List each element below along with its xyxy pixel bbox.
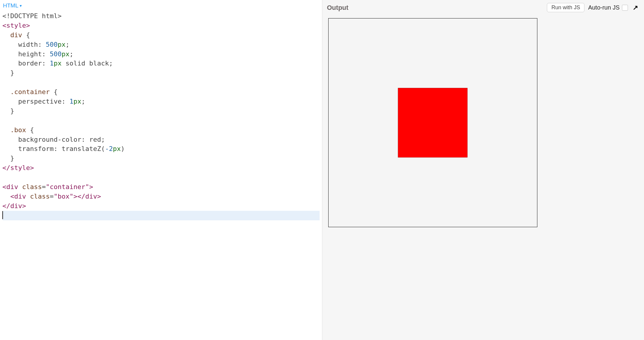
code-line: </div> [2, 201, 320, 211]
autorun-label: Auto-run JS [588, 4, 620, 11]
code-line: } [2, 106, 320, 116]
output-pane: Output Run with JS Auto-run JS ↗ [322, 0, 644, 340]
code-line: perspective: 1px; [2, 97, 320, 106]
code-line: } [2, 154, 320, 163]
code-line: } [2, 68, 320, 78]
expand-icon[interactable]: ↗ [631, 4, 639, 12]
code-line: <div class="box"></div> [2, 192, 320, 201]
language-label: HTML [3, 2, 18, 9]
code-line: <div class="container"> [2, 182, 320, 192]
code-line: .container { [2, 87, 320, 97]
output-header: Output Run with JS Auto-run JS ↗ [322, 0, 644, 15]
code-line: .box { [2, 125, 320, 135]
code-line: background-color: red; [2, 135, 320, 144]
text-cursor [2, 211, 3, 219]
code-line: transform: translateZ(-2px) [2, 144, 320, 154]
code-line: border: 1px solid black; [2, 59, 320, 68]
caret-down-icon: ▾ [20, 3, 22, 8]
code-line [2, 78, 320, 87]
autorun-toggle[interactable]: Auto-run JS [588, 4, 628, 11]
run-with-js-button[interactable]: Run with JS [547, 3, 584, 12]
preview-container [328, 18, 537, 227]
code-line: <style> [2, 21, 320, 30]
code-line [2, 211, 320, 220]
autorun-checkbox[interactable] [622, 5, 628, 11]
code-line: div { [2, 30, 320, 40]
code-line: <!DOCTYPE html> [2, 11, 320, 21]
preview-stage [322, 15, 644, 340]
output-title: Output [327, 4, 544, 12]
code-line: </style> [2, 163, 320, 173]
preview-box [398, 88, 467, 157]
code-line: width: 500px; [2, 40, 320, 49]
editor-pane: HTML ▾ <!DOCTYPE html><style> div { widt… [0, 0, 322, 340]
editor-header: HTML ▾ [0, 0, 322, 10]
code-line [2, 116, 320, 125]
code-editor[interactable]: <!DOCTYPE html><style> div { width: 500p… [0, 10, 322, 340]
code-line: height: 500px; [2, 49, 320, 59]
language-selector[interactable]: HTML ▾ [3, 2, 22, 9]
code-line [2, 173, 320, 182]
